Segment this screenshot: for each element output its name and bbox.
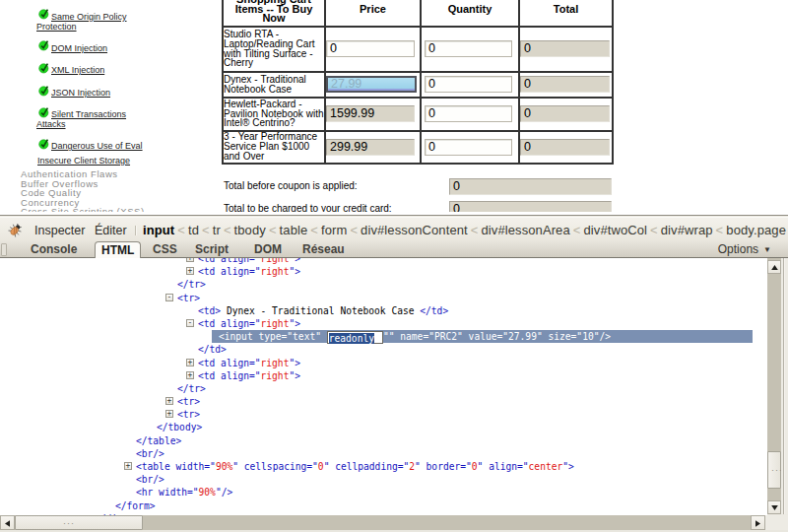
scroll-right-button[interactable] [751,515,765,530]
scroll-left-button[interactable] [0,515,15,530]
sidebar-lesson-link[interactable]: Attacks [36,119,66,129]
attribute-name-editor[interactable]: readonly [327,331,383,344]
collapse-twisty[interactable]: - [165,294,173,301]
node-source: </form> [115,499,155,512]
cart-item-row: Dynex - Traditional Notebook Case27.9900 [223,72,613,98]
breadcrumb-separator: < [202,223,210,237]
toolbar-separator [135,226,136,235]
firebug-tab-dom[interactable]: DOM [254,242,282,256]
edit-button[interactable]: Éditer [95,224,127,237]
node-source: <td align="right"> [198,265,300,278]
element-breadcrumb: input<td<tr<tbody<table<form<div#lessonC… [143,223,786,237]
firebug-tab-html[interactable]: HTML [95,241,141,259]
firebug-panel: Inspecter Éditer input<td<tr<tbody<table… [0,215,788,532]
scroll-down-button[interactable] [767,500,781,514]
row-total-field[interactable]: 0 [520,76,610,93]
expand-twisty[interactable]: + [186,258,194,262]
vertical-scrollbar[interactable]: ··· [767,258,781,514]
horizontal-scroll-thumb[interactable]: ··· [15,515,143,530]
breadcrumb-item[interactable]: tbody [234,223,266,237]
inspect-button[interactable]: Inspecter [34,224,85,237]
lesson-complete-check-icon [38,37,50,49]
node-source: <hr width="90%"/> [136,486,232,499]
sidebar-lesson-link[interactable]: Dangerous Use of Eval [51,141,143,151]
breadcrumb-item[interactable]: form [321,223,347,237]
firebug-tab-réseau[interactable]: Réseau [302,242,345,256]
sidebar-lesson-link[interactable]: JSON Injection [51,88,110,98]
lesson-complete-check-icon [38,6,50,18]
sidebar-category-label[interactable]: Cross Site Scripting (XSS) [21,207,145,212]
row-total-field[interactable]: 0 [520,105,610,122]
options-menu-button[interactable]: Options▼ [718,243,771,257]
lesson-complete-check-icon [38,136,50,148]
breadcrumb-separator: < [471,223,479,237]
row-total-field[interactable]: 0 [520,40,610,57]
breadcrumb-item[interactable]: table [280,223,308,237]
cart-table-header-row: Shopping Cart Items -- To Buy NowPriceQu… [223,0,613,27]
total-field[interactable]: 0 [449,178,612,195]
cart-item-description: Hewlett-Packard - Pavilion Notebook with… [223,98,325,131]
cart-item-description: 3 - Year Performance Service Plan $1000 … [223,131,325,164]
horizontal-scrollbar[interactable]: ··· [0,515,765,530]
expand-twisty[interactable]: + [186,371,194,379]
node-source: <tr> [177,395,200,408]
price-field[interactable]: 1599.99 [326,105,415,122]
sidebar-lesson-link[interactable]: Insecure Client Storage [37,156,130,166]
breadcrumb-item[interactable]: div#twoCol [583,223,647,237]
breadcrumb-item[interactable]: td [188,223,199,237]
expand-twisty[interactable]: + [186,359,194,366]
expand-twisty[interactable]: + [165,410,173,418]
breadcrumb-separator: < [269,223,277,237]
html-tree-panel: +<td align="right">+<td align="right"></… [0,258,767,515]
firebug-tab-console[interactable]: Console [31,242,77,256]
firebug-tab-css[interactable]: CSS [153,242,177,256]
quantity-field[interactable]: 0 [425,105,512,122]
breadcrumb-item[interactable]: div#wrap [661,223,713,237]
options-label: Options [718,242,758,256]
total-label: Total before coupon is applied: [224,181,358,191]
node-source: <br/> [136,473,164,486]
editor-selected-text: readonly [329,333,374,344]
cart-item-description: Studio RTA - Laptop/Reading Cart with Ti… [223,27,325,72]
collapse-twisty[interactable]: - [186,319,194,327]
lesson-complete-check-icon [38,104,50,116]
editor-cursor [374,332,381,342]
cart-item-description: Dynex - Traditional Notebook Case [223,72,325,98]
sidebar-lesson-link[interactable]: DOM Injection [51,43,107,53]
price-field[interactable]: 299.99 [326,139,415,156]
breadcrumb-item[interactable]: body.page [726,223,786,237]
sidebar-lesson-link[interactable]: Same Origin Policy [51,12,127,22]
node-source: </tbody> [157,421,202,433]
row-total-field[interactable]: 0 [520,139,610,156]
firebug-bug-icon [8,223,23,237]
firebug-tab-script[interactable]: Script [195,242,229,256]
scroll-up-button[interactable] [767,260,781,274]
breadcrumb-item[interactable]: tr [213,223,221,237]
breadcrumb-item[interactable]: div#lessonContent [361,223,468,237]
price-field[interactable]: 27.99 [326,76,417,93]
panel-grip[interactable] [1,243,7,256]
expand-twisty[interactable]: + [186,267,194,275]
sidebar-lesson-link[interactable]: Silent Transactions [51,109,126,119]
sidebar-lesson-link[interactable]: XML Injection [51,65,104,75]
node-source: <input type="text" [219,331,327,342]
quantity-field[interactable]: 0 [425,40,512,57]
breadcrumb-separator: < [716,223,724,237]
sidebar-lesson-link[interactable]: Protection [36,22,77,32]
expand-twisty[interactable]: + [124,462,132,470]
webgoat-page: Same Origin PolicyProtectionDOM Injectio… [0,0,788,212]
vertical-scroll-thumb[interactable]: ··· [767,451,781,489]
node-source: <td align="right"> [198,258,300,265]
expand-twisty[interactable]: + [165,397,173,405]
node-source: <tr> [177,408,200,421]
breadcrumb-item[interactable]: div#lessonArea [481,223,569,237]
cart-column-header: Total [519,0,613,27]
breadcrumb-separator: < [650,223,658,237]
breadcrumb-item[interactable]: input [143,223,174,237]
total-field[interactable]: 0 [449,201,612,212]
price-field[interactable]: 0 [326,40,415,57]
breadcrumb-separator: < [310,223,318,237]
quantity-field[interactable]: 0 [425,76,512,93]
quantity-field[interactable]: 0 [425,139,512,156]
cart-column-header: Shopping Cart Items -- To Buy Now [223,0,325,27]
